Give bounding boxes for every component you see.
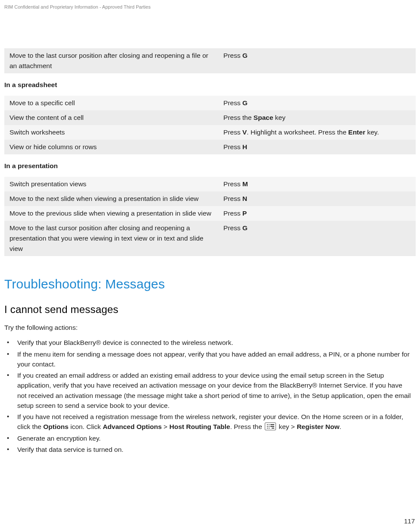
key-cell: Press G xyxy=(218,48,416,73)
page-number: 117 xyxy=(404,517,415,525)
try-line: Try the following actions: xyxy=(4,322,416,332)
key-cell: Press the Space key xyxy=(218,110,416,125)
table-row: Move to the last cursor position after c… xyxy=(4,221,416,256)
list-item: If the menu item for sending a message d… xyxy=(4,349,413,369)
text: key > xyxy=(277,423,297,430)
action-cell: Switch worksheets xyxy=(4,125,218,140)
key: Enter xyxy=(348,128,366,136)
key-cell: Press H xyxy=(218,140,416,154)
register-now-label: Register Now xyxy=(297,423,339,430)
section-presentation-label: In a presentation xyxy=(4,162,416,170)
key: G xyxy=(242,52,248,59)
text: Press xyxy=(223,52,242,59)
table-row: Move to the last cursor position after c… xyxy=(4,48,416,73)
key-cell: Press P xyxy=(218,206,416,221)
text: key. xyxy=(365,128,379,136)
advanced-options-label: Advanced Options xyxy=(103,423,162,430)
shortcut-table-spreadsheet: Move to a specific cell Press G View the… xyxy=(4,96,416,154)
key: Space xyxy=(254,114,273,121)
menu-key-icon xyxy=(265,423,276,430)
key: P xyxy=(242,210,247,217)
key-cell: Press G xyxy=(218,96,416,110)
key: N xyxy=(242,195,247,202)
heading-issue: I cannot send messages xyxy=(4,304,416,316)
table-row: Switch presentation views Press M xyxy=(4,177,416,191)
options-label: Options xyxy=(43,423,69,430)
text: Press xyxy=(223,128,242,136)
action-cell: Move to a specific cell xyxy=(4,96,218,110)
action-cell: Move to the previous slide when viewing … xyxy=(4,206,218,221)
text: icon. Click xyxy=(69,423,103,430)
list-item: Generate an encryption key. xyxy=(4,433,413,443)
table-row: Move to the next slide when viewing a pr… xyxy=(4,191,416,206)
key-cell: Press V. Highlight a worksheet. Press th… xyxy=(218,125,416,140)
heading-troubleshooting: Troubleshooting: Messages xyxy=(4,277,416,291)
action-cell: View the content of a cell xyxy=(4,110,218,125)
confidential-header: RIM Confidential and Proprietary Informa… xyxy=(4,4,416,9)
action-cell: Switch presentation views xyxy=(4,177,218,191)
shortcut-table-top: Move to the last cursor position after c… xyxy=(4,48,416,73)
key: G xyxy=(242,99,248,106)
text: key xyxy=(273,114,285,121)
list-item: If you created an email address or added… xyxy=(4,370,413,410)
host-routing-table-label: Host Routing Table xyxy=(169,423,230,430)
text: Press xyxy=(223,180,242,188)
table-row: Switch worksheets Press V. Highlight a w… xyxy=(4,125,416,140)
key: H xyxy=(242,143,247,150)
text: . Press the xyxy=(230,423,264,430)
text: Press the xyxy=(223,114,254,121)
text: . xyxy=(339,423,341,430)
key-cell: Press M xyxy=(218,177,416,191)
text: . Highlight a worksheet. Press the xyxy=(247,128,348,136)
bullet-list: Verify that your BlackBerry® device is c… xyxy=(4,338,416,454)
table-row: View or hide columns or rows Press H xyxy=(4,140,416,154)
text: Press xyxy=(223,224,242,232)
key: G xyxy=(242,224,248,232)
key-cell: Press N xyxy=(218,191,416,206)
key: V xyxy=(242,128,247,136)
list-item: Verify that your BlackBerry® device is c… xyxy=(4,338,413,347)
text: > xyxy=(162,423,169,430)
text: Press xyxy=(223,143,242,150)
section-spreadsheet-label: In a spreadsheet xyxy=(4,81,416,89)
table-row: Move to a specific cell Press G xyxy=(4,96,416,110)
table-row: View the content of a cell Press the Spa… xyxy=(4,110,416,125)
list-item: Verify that data service is turned on. xyxy=(4,444,413,454)
key: M xyxy=(242,180,248,188)
text: Press xyxy=(223,195,242,202)
text: Press xyxy=(223,210,242,217)
action-cell: View or hide columns or rows xyxy=(4,140,218,154)
list-item: If you have not received a registration … xyxy=(4,412,413,432)
action-cell: Move to the next slide when viewing a pr… xyxy=(4,191,218,206)
key-cell: Press G xyxy=(218,221,416,256)
action-cell: Move to the last cursor position after c… xyxy=(4,48,218,73)
action-cell: Move to the last cursor position after c… xyxy=(4,221,218,256)
table-row: Move to the previous slide when viewing … xyxy=(4,206,416,221)
shortcut-table-presentation: Switch presentation views Press M Move t… xyxy=(4,177,416,256)
text: Press xyxy=(223,99,242,106)
